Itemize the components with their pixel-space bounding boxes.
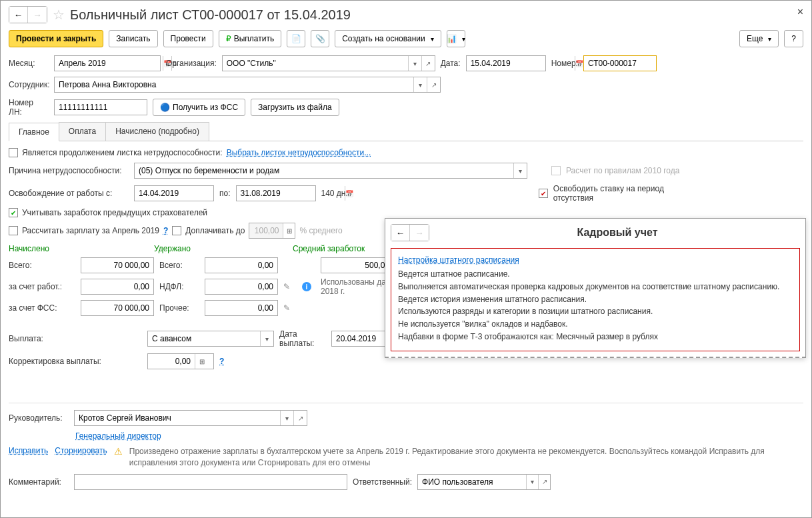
attach-icon[interactable]: 📎: [311, 30, 329, 47]
release-rate-label: Освободить ставку на период отсутствия: [553, 184, 687, 203]
by-fss-input[interactable]: [81, 300, 154, 316]
date-label: Дата:: [441, 59, 461, 68]
extra-pay-input: ⊞: [249, 223, 295, 239]
ln-label: Номер ЛН:: [9, 98, 49, 117]
help-button[interactable]: ?: [784, 30, 803, 47]
continuation-checkbox[interactable]: [9, 148, 18, 157]
hr-popup: ← → Кадровый учет Настройка штатного рас…: [385, 218, 806, 358]
calc-salary-label: Рассчитать зарплату за Апрель 2019: [22, 226, 159, 235]
ndfl-label: НДФЛ:: [159, 282, 199, 291]
post-button[interactable]: Провести: [163, 30, 213, 47]
reverse-link[interactable]: Сторнировать: [55, 446, 107, 455]
page-title: Больничный лист СТ00-000017 от 15.04.201…: [70, 7, 351, 23]
pencil-icon[interactable]: ✎: [283, 303, 297, 313]
calc-icon[interactable]: ⊞: [195, 354, 208, 369]
extra-pay-label: Доплачивать до: [185, 226, 245, 235]
help-icon[interactable]: ?: [163, 226, 168, 235]
tab-accrued[interactable]: Начислено (подробно): [105, 122, 209, 141]
help-icon[interactable]: ?: [219, 357, 224, 366]
favorite-icon[interactable]: ☆: [53, 7, 65, 23]
open-icon[interactable]: ↗: [427, 77, 440, 92]
total-withheld-input[interactable]: [205, 257, 278, 273]
fix-link[interactable]: Исправить: [9, 446, 48, 455]
continuation-label: Является продолжением листка нетрудоспос…: [22, 148, 223, 157]
reports-icon[interactable]: 📊: [447, 30, 465, 47]
load-file-button[interactable]: Загрузить из файла: [251, 99, 339, 116]
comment-input[interactable]: [74, 474, 347, 490]
ndfl-input[interactable]: [205, 279, 278, 295]
create-based-button[interactable]: Создать на основании: [335, 30, 441, 47]
release-rate-checkbox[interactable]: ✔: [539, 189, 548, 198]
payout-input[interactable]: ▾: [147, 331, 274, 347]
chevron-down-icon[interactable]: ▾: [413, 77, 427, 92]
employee-label: Сотрудник:: [9, 80, 49, 89]
save-button[interactable]: Записать: [109, 30, 157, 47]
warning-text: Произведено отражение зарплаты в бухгалт…: [129, 446, 803, 469]
comment-label: Комментарий:: [9, 477, 69, 487]
print-icon[interactable]: 📄: [287, 30, 305, 47]
date-from-input[interactable]: 📅: [134, 185, 214, 201]
chevron-down-icon[interactable]: ▾: [260, 331, 273, 346]
employee-input[interactable]: ▾ ↗: [54, 77, 441, 93]
consider-prev-label: Учитывать заработок предыдущих страховат…: [22, 208, 207, 217]
open-icon[interactable]: ↗: [421, 56, 435, 71]
reason-input[interactable]: ▾: [134, 163, 527, 179]
post-close-button[interactable]: Провести и закрыть: [9, 30, 103, 47]
responsible-input[interactable]: ▾ ↗: [417, 474, 551, 490]
get-fss-button[interactable]: 🔵 Получить из ФСС: [153, 99, 245, 116]
org-input[interactable]: ▾ ↗: [222, 55, 435, 71]
payout-date-label: Дата выплаты:: [279, 329, 326, 348]
chevron-down-icon[interactable]: ▾: [526, 475, 538, 489]
more-button[interactable]: Еще: [739, 30, 779, 47]
extra-pay-checkbox[interactable]: [172, 226, 181, 235]
month-label: Месяц:: [9, 59, 49, 68]
number-label: Номер:: [551, 59, 578, 68]
position-link[interactable]: Генеральный директор: [75, 431, 161, 441]
adjust-input[interactable]: ⊞: [147, 353, 214, 369]
date-to-input[interactable]: 📅: [236, 185, 316, 201]
avg-input[interactable]: [321, 257, 394, 273]
days-label: 140 дн.: [321, 189, 348, 198]
nav-buttons: ← →: [9, 6, 47, 23]
open-icon[interactable]: ↗: [538, 475, 550, 489]
popup-title: Кадровый учет: [435, 227, 800, 239]
other-input[interactable]: [205, 300, 278, 316]
calc-2010-label: Расчет по правилам 2010 года: [566, 166, 679, 175]
info-icon[interactable]: i: [302, 282, 311, 291]
tab-main[interactable]: Главное: [9, 123, 59, 141]
popup-line: Используются разряды и категории в позиц…: [398, 306, 793, 317]
other-label: Прочее:: [159, 303, 199, 313]
ln-input[interactable]: [54, 99, 147, 115]
calc-salary-checkbox[interactable]: [9, 226, 18, 235]
accrued-header[interactable]: Начислено: [9, 244, 149, 253]
manager-input[interactable]: ▾ ↗: [74, 410, 307, 426]
reason-label: Причина нетрудоспособности:: [9, 166, 129, 175]
by-employer-input[interactable]: [81, 279, 154, 295]
month-input[interactable]: 📅 ⇅: [54, 55, 161, 71]
forward-button[interactable]: →: [410, 225, 429, 241]
by-fss-label: за счет ФСС:: [9, 303, 75, 313]
close-icon[interactable]: ×: [797, 6, 803, 18]
chevron-down-icon[interactable]: ▾: [280, 411, 293, 425]
consider-prev-checkbox[interactable]: ✔: [9, 208, 18, 217]
pencil-icon[interactable]: ✎: [283, 282, 297, 291]
total-accrued-input[interactable]: [81, 257, 154, 273]
calc-2010-checkbox: [551, 166, 561, 175]
pay-button[interactable]: ₽ Выплатить: [219, 30, 282, 47]
popup-line: Ведется штатное расписание.: [398, 269, 793, 280]
withheld-header[interactable]: Удержано: [154, 244, 287, 253]
back-button[interactable]: ←: [391, 225, 410, 241]
warning-icon: ⚠: [114, 446, 123, 457]
chevron-down-icon[interactable]: ▾: [408, 56, 421, 71]
open-icon[interactable]: ↗: [293, 411, 307, 425]
back-button[interactable]: ←: [9, 7, 28, 23]
percent-label: % среднего: [299, 226, 342, 235]
payout-label: Выплата:: [9, 334, 49, 343]
forward-button[interactable]: →: [28, 7, 47, 23]
number-input[interactable]: [583, 55, 657, 71]
staffing-settings-link[interactable]: Настройка штатного расписания: [398, 255, 519, 265]
date-input[interactable]: 📅: [466, 55, 546, 71]
tab-payment[interactable]: Оплата: [59, 122, 106, 141]
select-sheet-link[interactable]: Выбрать листок нетрудоспособности...: [227, 148, 371, 157]
chevron-down-icon[interactable]: ▾: [513, 163, 527, 178]
